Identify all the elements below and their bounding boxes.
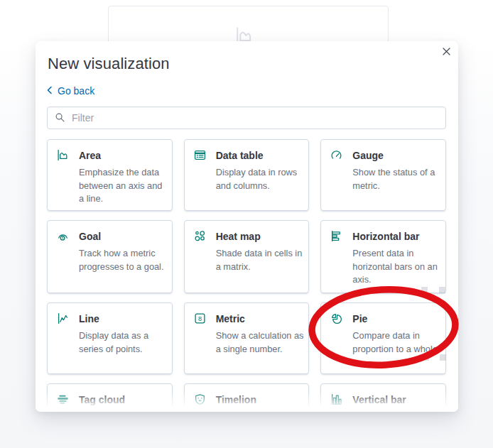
card-description: Shade data in cells in a matrix.: [216, 247, 306, 273]
go-back-label: Go back: [58, 85, 94, 97]
card-title: Horizontal bar: [352, 230, 443, 243]
tag-cloud-icon: [57, 393, 69, 408]
card-title: Line: [79, 312, 169, 325]
card-title: Pie: [352, 312, 443, 325]
card-description: Show the status of a metric.: [352, 166, 443, 192]
card-description: Present data in horizontal bars on an ax…: [352, 247, 443, 287]
horizontal-bar-icon: [330, 230, 342, 245]
visualization-grid: Area Emphasize the data between an axis …: [47, 139, 446, 412]
card-description: Display data as a series of points.: [79, 329, 169, 356]
card-title: Heat map: [216, 230, 306, 243]
data-table-icon: [194, 149, 206, 164]
svg-text:8: 8: [198, 315, 202, 322]
card-title: Area: [79, 149, 169, 162]
metric-icon: 8: [194, 312, 206, 327]
card-title: Vertical bar: [352, 393, 443, 406]
svg-text:8: 8: [62, 236, 64, 240]
card-title: Metric: [216, 312, 306, 325]
card-title: Gauge: [352, 149, 443, 162]
viz-card-timelion[interactable]: Timelion Show time series data on a grap…: [184, 383, 310, 412]
card-title: Tag cloud: [79, 393, 169, 406]
viz-card-tag-cloud[interactable]: Tag cloud Display word frequency with fo…: [47, 383, 173, 412]
filter-input[interactable]: [47, 106, 446, 129]
card-description: Display data in rows and columns.: [216, 166, 306, 192]
gauge-icon: [330, 149, 342, 164]
viz-card-goal[interactable]: 8 Goal Track how a metric progresses to …: [47, 220, 173, 293]
card-description: Compare data in proportion to a whole.: [352, 329, 443, 356]
card-title: Timelion: [216, 393, 306, 406]
go-back-link[interactable]: Go back: [47, 85, 94, 97]
close-button[interactable]: [438, 44, 454, 60]
card-description: Show a calculation as a single number.: [216, 329, 306, 356]
area-chart-icon: [57, 149, 69, 164]
card-title: Data table: [216, 149, 306, 162]
viz-card-pie[interactable]: Pie Compare data in proportion to a whol…: [320, 302, 446, 374]
card-description: Present data in vertical bars on an axis…: [352, 410, 443, 412]
goal-icon: 8: [57, 230, 69, 245]
viz-card-vertical-bar[interactable]: Vertical bar Present data in vertical ba…: [320, 383, 446, 412]
heat-map-icon: [194, 230, 206, 245]
viz-card-line[interactable]: Line Display data as a series of points.: [47, 302, 173, 374]
card-description: Show time series data on a graph.: [216, 410, 306, 412]
vertical-bar-icon: [330, 393, 342, 408]
viz-card-horizontal-bar[interactable]: Horizontal bar Present data in horizonta…: [320, 220, 446, 293]
viz-card-area[interactable]: Area Emphasize the data between an axis …: [47, 139, 173, 211]
line-chart-icon: [57, 312, 69, 327]
card-description: Track how a metric progresses to a goal.: [79, 247, 169, 273]
viz-card-gauge[interactable]: Gauge Show the status of a metric.: [320, 139, 446, 211]
search-icon: [55, 112, 65, 126]
viz-card-data-table[interactable]: Data table Display data in rows and colu…: [184, 139, 310, 211]
card-description: Display word frequency with font size.: [79, 410, 169, 412]
chevron-left-icon: [47, 85, 53, 97]
timelion-icon: [194, 393, 206, 408]
new-visualization-modal: New visualization Go back Area: [36, 41, 458, 412]
card-title: Goal: [79, 230, 169, 243]
card-description: Emphasize the data between an axis and a…: [79, 166, 169, 206]
close-icon: [443, 47, 450, 58]
pie-chart-icon: [330, 312, 342, 327]
modal-title: New visualization: [48, 55, 458, 73]
viz-card-heat-map[interactable]: Heat map Shade data in cells in a matrix…: [184, 220, 310, 293]
viz-card-metric[interactable]: 8 Metric Show a calculation as a single …: [184, 302, 310, 374]
